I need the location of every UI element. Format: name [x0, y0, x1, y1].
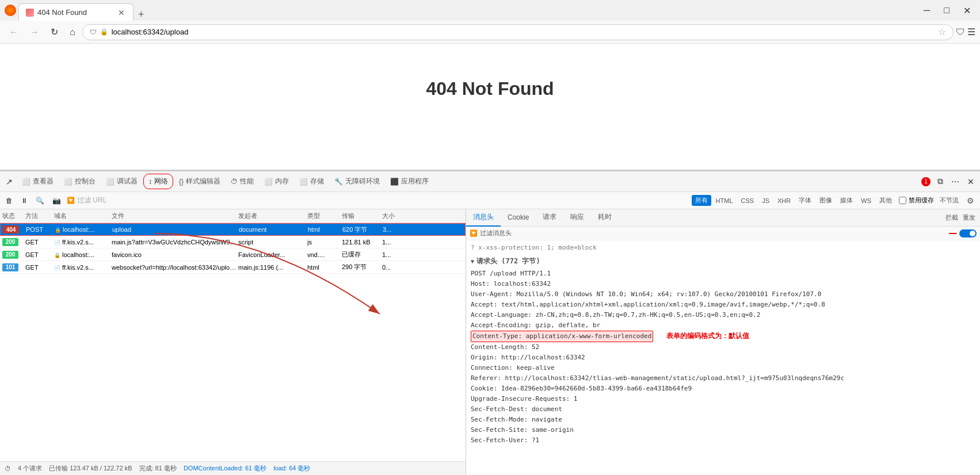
header-line-13: Sec-Fetch-Mode: navigate [471, 415, 975, 425]
filter-other[interactable]: 其他 [876, 195, 895, 206]
intercept-label: 拦截 [945, 213, 958, 222]
disable-cache-checkbox-wrap[interactable]: 禁用缓存 [899, 196, 934, 205]
load-time[interactable]: load: 64 毫秒 [273, 464, 310, 473]
disable-cache-checkbox[interactable] [899, 197, 906, 204]
table-row[interactable]: 200 GET 📄 ff.kis.v2.s... main.js?attr=V3… [0, 236, 466, 248]
table-row[interactable]: 200 GET 🔒 localhost:... favicon.ico Favi… [0, 248, 466, 261]
col-header-transfer: 传输 [342, 212, 382, 220]
detail-tab-timing[interactable]: 耗时 [591, 209, 619, 227]
filter-html[interactable]: HTML [712, 195, 737, 206]
pause-button[interactable]: ⏸ [18, 196, 30, 206]
storage-icon: ⬜ [299, 178, 308, 186]
search-button[interactable]: 🔍 [33, 196, 47, 206]
minimize-button[interactable]: ─ [919, 3, 935, 18]
devtools-tab-performance[interactable]: ⏱ 性能 [226, 174, 258, 189]
filter-all[interactable]: 所有 [692, 195, 711, 206]
filter-media[interactable]: 媒体 [837, 195, 856, 206]
disable-cache-label: 禁用缓存 [909, 196, 934, 205]
debugger-icon: ⬜ [106, 178, 115, 186]
active-tab[interactable]: 404 Not Found ✕ [18, 3, 134, 21]
table-row[interactable]: 101 GET 📄 ff.kis.v2.s... websocket?url=h… [0, 261, 466, 274]
filter-js[interactable]: JS [758, 195, 773, 206]
forward-button[interactable]: → [25, 25, 44, 40]
title-bar: 404 Not Found ✕ + ─ □ ✕ [0, 0, 980, 21]
tab-favicon [26, 9, 34, 17]
detach-button[interactable]: ⧉ [934, 174, 947, 189]
status-badge: 101 [2, 263, 25, 271]
col-header-initiator: 发起者 [238, 212, 307, 220]
shield-button[interactable]: 🛡 [956, 27, 965, 37]
detail-tab-headers[interactable]: 消息头 [466, 209, 501, 227]
detail-tab-response[interactable]: 响应 [563, 209, 591, 227]
performance-icon: ⏱ [231, 178, 238, 186]
row-transfer: 121.81 kB [342, 239, 382, 246]
back-button[interactable]: ← [5, 25, 23, 40]
settings-button[interactable]: ⚙ [964, 195, 977, 206]
header-line-2: User-Agent: Mozilla/5.0 (Windows NT 10.0… [471, 289, 975, 300]
camera-button[interactable]: 📷 [50, 196, 63, 206]
devtools-tab-storage[interactable]: ⬜ 存储 [295, 174, 329, 189]
filter-font[interactable]: 字体 [795, 195, 815, 206]
row-method: GET [25, 264, 54, 271]
row-transfer: 620 字节 [342, 225, 383, 234]
col-header-domain: 域名 [54, 212, 112, 220]
detail-tab-request[interactable]: 请求 [536, 209, 563, 227]
new-tab-button[interactable]: + [134, 9, 149, 21]
row-type: html [307, 264, 342, 271]
filter-css[interactable]: CSS [738, 195, 758, 206]
tab-bar: 404 Not Found ✕ + [18, 0, 149, 21]
home-button[interactable]: ⌂ [65, 25, 80, 40]
devtools-tab-memory[interactable]: ⬜ 内存 [260, 174, 293, 189]
row-initiator: FaviconLoader... [238, 251, 307, 258]
header-xss: ? x-xss-protection: 1; mode=block [471, 243, 975, 253]
devtools-tab-inspector[interactable]: ⬜ 查看器 [17, 174, 58, 189]
tab-close-button[interactable]: ✕ [117, 7, 126, 18]
row-type: vnd.... [307, 251, 342, 258]
header-line-14: Sec-Fetch-Site: same-origin [471, 425, 975, 435]
row-file: main.js?attr=V3wGUcVdzhcCHQdywsiW92YM6H.… [112, 239, 238, 246]
raw-toggle-switch[interactable] [959, 229, 977, 238]
trash-button[interactable]: 🗑 [3, 196, 15, 206]
close-button[interactable]: ✕ [959, 3, 975, 18]
nav-right: 🛡 ☰ [956, 26, 975, 37]
detail-tab-cookies[interactable]: Cookie [501, 209, 536, 227]
accessibility-icon: 🔧 [334, 178, 343, 186]
address-bar[interactable] [112, 28, 935, 36]
status-badge: 200 [2, 238, 25, 246]
throttle-dropdown[interactable]: 不节流 [937, 195, 961, 206]
reload-button[interactable]: ↻ [46, 24, 63, 40]
devtools-inspect-button[interactable]: ↗ [2, 175, 16, 189]
filter-image[interactable]: 图像 [816, 195, 836, 206]
row-domain: 🔒 localhost:... [54, 251, 112, 258]
devtools-tab-accessibility[interactable]: 🔧 无障碍环境 [330, 174, 384, 189]
devtools-tab-application[interactable]: ⬛ 应用程序 [386, 174, 433, 189]
network-type-filters: 所有 HTML CSS JS XHR 字体 图像 媒体 WS 其他 [692, 195, 895, 206]
devtools-tab-debugger[interactable]: ⬜ 调试器 [101, 174, 142, 189]
devtools-tab-style-editor[interactable]: {} 样式编辑器 [174, 174, 225, 189]
more-tools-button[interactable]: ⋯ [948, 175, 963, 189]
status-badge: 404 [3, 225, 26, 233]
header-line-10: Cookie: Idea-8296eb30=9462660d-5b83-4399… [471, 384, 975, 394]
devtools-tab-console[interactable]: ⬜ 控制台 [59, 174, 100, 189]
table-row[interactable]: 404 POST 🔒 localhost:... upload document… [0, 223, 466, 236]
status-bar: ⏱ 4 个请求 已传输 123.47 kB / 122.72 kB 完成: 81… [0, 461, 466, 475]
menu-button[interactable]: ☰ [967, 26, 975, 37]
devtools-tab-network[interactable]: ↕ 网络 [143, 174, 173, 189]
bookmark-button[interactable]: ☆ [938, 26, 946, 37]
address-bar-wrap: 🛡 🔒 ☆ [82, 24, 954, 40]
style-icon: {} [179, 178, 184, 186]
collapse-icon[interactable]: ▼ [471, 258, 474, 265]
filter-url-label: 过滤 URL [77, 196, 106, 205]
devtools-right-icons: ⧉ ⋯ ✕ [934, 174, 978, 189]
filter-ws[interactable]: WS [857, 195, 875, 206]
request-headers-section: ▼ 请求头 (772 字节) [471, 256, 975, 266]
row-domain: 📄 ff.kis.v2.s... [54, 264, 112, 271]
dom-content-loaded[interactable]: DOMContentLoaded: 61 毫秒 [184, 464, 266, 473]
page-icon: 📄 [54, 265, 60, 271]
maximize-button[interactable]: □ [939, 3, 954, 18]
filter-xhr[interactable]: XHR [774, 195, 794, 206]
header-line-12: Sec-Fetch-Dest: document [471, 404, 975, 415]
header-line-5: Accept-Encoding: gzip, deflate, br [471, 320, 975, 331]
close-devtools-button[interactable]: ✕ [964, 175, 978, 189]
completed-time: 完成: 81 毫秒 [139, 464, 177, 473]
